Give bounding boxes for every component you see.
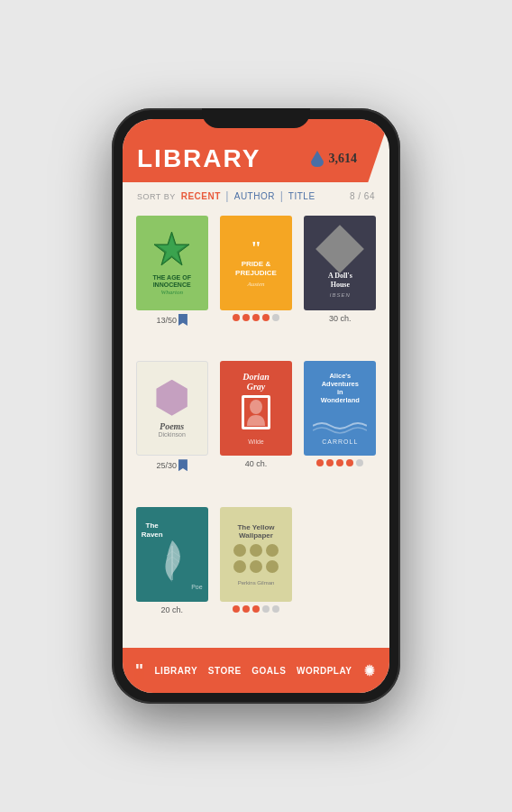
nav-goals[interactable]: GOALS <box>251 666 286 676</box>
star-decoration <box>151 230 192 271</box>
book-7-author: Poe <box>191 584 202 590</box>
book-4-progress: 25/30 <box>156 461 177 470</box>
dot-b2 <box>326 459 334 466</box>
book-cover-4[interactable]: Poems Dickinson <box>136 361 208 456</box>
book-cover-2[interactable]: " Pride &Prejudice Austen <box>220 216 292 310</box>
book-1-meta: 13/50 <box>156 314 187 326</box>
book-8-title: The YellowWallpaper <box>237 523 274 540</box>
sort-divider-2: | <box>280 189 283 203</box>
book-4-title: Poems <box>160 421 184 431</box>
portrait-silhouette <box>245 399 267 426</box>
book-5-meta: 40 ch. <box>245 459 268 468</box>
gear-icon[interactable] <box>362 663 377 678</box>
diamond-shape <box>315 226 364 274</box>
book-cover-1[interactable]: the Age ofInnocence Wharton <box>136 216 208 310</box>
book-2-author: Austen <box>247 281 264 288</box>
sort-label: SORT BY <box>137 192 176 201</box>
dot-c3 <box>252 605 260 613</box>
nav-wordplay-label: WORDPLAY <box>297 666 352 676</box>
sort-divider-1: | <box>226 189 229 203</box>
dot-c2 <box>242 605 250 613</box>
nav-settings[interactable] <box>362 663 377 678</box>
book-7-title: TheRaven <box>142 518 163 539</box>
book-3-title: A Doll'sHouse <box>328 272 352 289</box>
book-8-dots <box>233 605 279 613</box>
dot-b1 <box>316 459 324 466</box>
dot-c4 <box>262 605 270 613</box>
bottom-nav: " LIBRARY STORE GOALS WORDPLAY <box>123 648 389 693</box>
book-cover-7[interactable]: TheRaven Poe <box>136 507 208 602</box>
wave-decoration <box>313 417 367 435</box>
bookmark-icon-4 <box>178 459 187 471</box>
feather-decoration <box>159 539 186 584</box>
book-5-title: DorianGray <box>242 372 269 392</box>
book-6-dots <box>316 459 363 466</box>
book-4-author: Dickinson <box>158 431 185 438</box>
book-1-author: Wharton <box>160 289 183 296</box>
dot-b4 <box>346 459 353 466</box>
dot-b5 <box>356 459 363 466</box>
sort-bar: SORT BY RECENT | AUTHOR | TITLE 8 / 64 <box>123 182 389 210</box>
nav-goals-label: GOALS <box>251 666 286 676</box>
sort-recent[interactable]: RECENT <box>181 191 221 201</box>
nav-store-label: STORE <box>208 666 242 676</box>
book-cell-4[interactable]: Poems Dickinson 25/30 <box>133 361 210 499</box>
book-cell-1[interactable]: the Age ofInnocence Wharton 13/50 <box>133 216 210 354</box>
sort-title[interactable]: TITLE <box>288 191 315 201</box>
book-2-title: Pride &Prejudice <box>235 260 277 277</box>
book-2-dots <box>233 314 279 321</box>
nav-library-label: LIBRARY <box>155 666 198 676</box>
circle-6 <box>266 560 279 573</box>
book-cover-5[interactable]: DorianGray Wilde <box>220 361 292 456</box>
nav-quotemark: " <box>135 660 144 681</box>
dot-c5 <box>272 605 279 613</box>
phone-notch <box>202 108 310 128</box>
svg-point-2 <box>250 400 262 414</box>
circle-3 <box>266 544 279 557</box>
phone-screen: LIBRARY 3,614 SORT BY RECENT | AUTHOR | … <box>123 119 389 693</box>
book-8-author: Perkins Gilman <box>238 580 275 586</box>
header-banner: LIBRARY 3,614 <box>123 119 389 182</box>
dot-2 <box>242 314 250 321</box>
circle-4 <box>233 560 246 573</box>
book-cover-3[interactable]: A Doll'sHouse IBSEN <box>304 216 376 310</box>
circle-pattern <box>233 544 279 573</box>
book-cell-7[interactable]: TheRaven Poe 20 ch. <box>133 507 210 642</box>
circle-1 <box>233 544 246 557</box>
comma-decoration: " <box>251 238 261 258</box>
dot-4 <box>262 314 270 321</box>
app-title: LIBRARY <box>137 144 261 173</box>
books-grid: the Age ofInnocence Wharton 13/50 " Prid… <box>123 210 389 648</box>
nav-wordplay[interactable]: WORDPLAY <box>297 666 352 676</box>
circle-5 <box>250 560 262 573</box>
page-count: 8 / 64 <box>350 191 375 201</box>
book-4-meta: 25/30 <box>156 459 187 471</box>
quotemark-icon: " <box>135 660 144 681</box>
book-3-meta: 30 ch. <box>329 314 352 323</box>
book-1-title: the Age ofInnocence <box>152 274 191 290</box>
book-3-chapters: 30 ch. <box>329 314 352 323</box>
dot-c1 <box>233 605 240 613</box>
book-cell-2[interactable]: " Pride &Prejudice Austen <box>217 216 294 354</box>
portrait-frame <box>242 395 270 429</box>
book-5-author: Wilde <box>248 438 264 445</box>
book-cover-6[interactable]: Alice'sAdventuresinWonderland CARROLL <box>304 361 376 456</box>
book-6-title: Alice'sAdventuresinWonderland <box>321 372 360 404</box>
book-5-chapters: 40 ch. <box>245 459 268 468</box>
book-cell-8[interactable]: The YellowWallpaper Perkins Gilman <box>217 507 294 642</box>
nav-store[interactable]: STORE <box>208 666 242 676</box>
drop-icon <box>309 149 325 169</box>
book-1-progress: 13/50 <box>156 316 177 325</box>
circle-2 <box>250 544 262 557</box>
nav-library[interactable]: LIBRARY <box>155 666 198 676</box>
book-cell-6[interactable]: Alice'sAdventuresinWonderland CARROLL <box>302 361 379 499</box>
book-cell-5[interactable]: DorianGray Wilde 40 ch. <box>217 361 294 499</box>
book-7-meta: 20 ch. <box>160 605 183 614</box>
dot-5 <box>272 314 279 321</box>
book-cover-8[interactable]: The YellowWallpaper Perkins Gilman <box>220 507 292 602</box>
sort-author[interactable]: AUTHOR <box>234 191 275 201</box>
book-3-inner: A Doll'sHouse IBSEN <box>323 223 357 303</box>
dot-1 <box>233 314 240 321</box>
book-cell-3[interactable]: A Doll'sHouse IBSEN 30 ch. <box>302 216 379 354</box>
points-value: 3,614 <box>329 152 358 166</box>
